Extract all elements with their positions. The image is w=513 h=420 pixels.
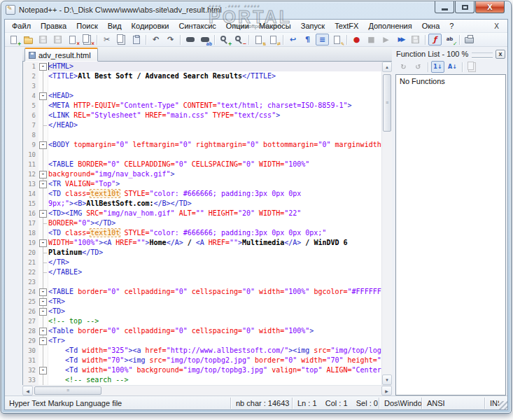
show-all-characters-icon[interactable]: ¶ <box>301 34 314 46</box>
paste-icon[interactable] <box>129 34 143 46</box>
redo-icon[interactable]: ↷ <box>164 34 177 46</box>
toolbar-separator <box>462 62 463 72</box>
function-list-box[interactable]: No Functions <box>395 74 506 396</box>
undo-icon[interactable]: ↶ <box>149 34 162 46</box>
menu-item-4[interactable]: Вид <box>103 20 127 31</box>
fold-toggle-icon[interactable] <box>38 140 48 150</box>
menu-item-1[interactable]: Файл <box>7 20 36 31</box>
code-editor[interactable]: 1<HTML>2<TITLE>All Best Soft / Advanced … <box>22 62 392 385</box>
vertical-scroll-thumb[interactable] <box>383 74 391 132</box>
scroll-left-icon[interactable]: ◀ <box>22 386 33 396</box>
function-list-header[interactable]: Function List - 100 % x <box>395 48 506 60</box>
maximize-button[interactable] <box>455 1 475 13</box>
code-line-32: 32 <Td width="100%" background="img/top/… <box>23 365 381 375</box>
editor-column: adv_result.html 1<HTML>2<TITLE>All Best … <box>22 47 392 396</box>
code-text <box>48 130 381 140</box>
menu-item-2[interactable]: Правка <box>36 20 71 31</box>
fold-toggle-icon[interactable] <box>38 179 48 189</box>
print-icon[interactable] <box>463 34 476 46</box>
tab-adv-result[interactable]: adv_result.html <box>24 48 98 62</box>
minimize-button[interactable] <box>435 1 454 13</box>
fold-toggle-icon[interactable] <box>38 297 48 307</box>
user-define-dialog-icon[interactable]: ✎ <box>330 34 344 46</box>
copy-icon[interactable] <box>115 34 128 46</box>
fold-toggle-icon[interactable] <box>38 326 48 336</box>
toolbar-separator <box>425 35 426 45</box>
fold-line <box>38 258 48 267</box>
menu-items: ФайлПравкаПоискВидКодировкиСинтаксисОпци… <box>7 20 458 31</box>
replace-icon[interactable]: ab <box>198 34 211 46</box>
fold-toggle-icon[interactable] <box>38 91 48 101</box>
sort-by-position-icon[interactable]: 1↓ <box>431 61 444 73</box>
fold-toggle-icon[interactable] <box>38 169 48 179</box>
status-insert-mode: INS <box>486 399 499 407</box>
scroll-right-icon[interactable]: ▶ <box>381 386 392 396</box>
close-all-icon[interactable]: × <box>80 34 94 46</box>
code-text <box>48 81 381 91</box>
close-document-icon[interactable]: X <box>486 21 507 31</box>
sync-vertical-icon[interactable]: ⇅ <box>252 34 265 46</box>
fold-toggle-icon[interactable] <box>38 62 48 71</box>
function-list-icon[interactable]: ƒ <box>428 34 442 46</box>
macro-record-icon[interactable]: ● <box>350 34 363 46</box>
resize-grip[interactable] <box>499 401 507 410</box>
horizontal-scrollbar[interactable]: ◀ ▶ <box>22 385 392 396</box>
refresh-list-icon: ↺ <box>412 61 425 73</box>
text-area[interactable]: 1<HTML>2<TITLE>All Best Soft / Advanced … <box>23 62 381 385</box>
zoom-in-icon[interactable]: + <box>218 34 231 46</box>
horizontal-scroll-thumb[interactable] <box>34 386 101 395</box>
close-file-icon[interactable]: × <box>66 34 79 46</box>
find-icon[interactable] <box>183 34 197 46</box>
save-icon <box>36 34 50 46</box>
sort-alphabetically-icon[interactable]: A↓ <box>446 61 459 73</box>
menu-item-12[interactable]: Окна <box>417 20 445 31</box>
menu-item-13[interactable]: ? <box>444 20 458 31</box>
fold-toggle-icon[interactable] <box>38 336 48 346</box>
menu-item-10[interactable]: TextFX <box>330 20 363 31</box>
zoom-out-icon[interactable]: − <box>232 34 246 46</box>
line-number: 28 <box>23 326 38 336</box>
code-text: <!-- search --> <box>48 375 381 385</box>
scroll-down-icon[interactable]: ▼ <box>382 374 392 385</box>
sync-horizontal-icon[interactable]: ⇄ <box>267 34 280 46</box>
scroll-up-icon[interactable]: ▲ <box>382 62 392 72</box>
code-text: <Tr> <box>48 336 381 346</box>
code-line-30: 30 <Td width="325"><a href="http://www.a… <box>23 346 381 356</box>
fold-toggle-icon[interactable] <box>38 307 48 316</box>
panel-close-icon[interactable]: x <box>496 50 505 59</box>
tab-label: adv_result.html <box>38 51 91 59</box>
close-button[interactable]: X <box>475 1 505 13</box>
function-list-title: Function List - 100 % <box>396 50 468 58</box>
code-line-9: 9<BODY topmargin="0" leftmargin="0" righ… <box>23 140 381 150</box>
fold-toggle-icon[interactable] <box>38 287 48 297</box>
fold-toggle-icon[interactable] <box>38 209 48 218</box>
menu-item-3[interactable]: Поиск <box>71 20 102 31</box>
code-line-26: 26<TD> <box>23 307 381 316</box>
vertical-scroll-track[interactable] <box>382 72 392 374</box>
macro-play-icon: ▶ <box>379 34 393 46</box>
horizontal-scroll-track[interactable] <box>33 386 381 396</box>
word-wrap-icon[interactable]: ↩ <box>286 34 300 46</box>
menu-item-8[interactable]: Макросы <box>254 20 296 31</box>
cut-icon[interactable]: ✂ <box>100 34 113 46</box>
fold-toggle-icon[interactable] <box>38 238 48 248</box>
menu-item-11[interactable]: Дополнения <box>363 20 416 31</box>
code-text: Platinum</TD> <box>48 248 381 258</box>
menu-item-7[interactable]: Опции <box>221 20 254 31</box>
menu-bar: ФайлПравкаПоискВидКодировкиСинтаксисОпци… <box>5 20 507 33</box>
fold-toggle-icon[interactable] <box>38 365 48 375</box>
menu-item-6[interactable]: Синтаксис <box>174 20 221 31</box>
menu-item-5[interactable]: Кодировки <box>127 20 174 31</box>
app-icon[interactable] <box>6 5 15 15</box>
spell-check-icon[interactable]: ab✓ <box>443 34 456 46</box>
code-text: <TD class=text10t STYLE="color: #666666;… <box>48 189 381 199</box>
line-number: 12 <box>23 169 38 179</box>
code-line-4: 4<HEAD> <box>23 91 381 101</box>
menu-item-9[interactable]: Запуск <box>296 20 330 31</box>
new-file-icon[interactable]: + <box>7 34 20 46</box>
vertical-scrollbar[interactable]: ▲ ▼ <box>381 62 392 385</box>
macro-run-multiple-icon[interactable]: ▶▶ <box>394 34 407 46</box>
indent-guide-icon[interactable]: ≡ <box>316 34 329 46</box>
code-line-15: 159px;"><B>AllBestSoft.com:</B></TD> <box>23 199 381 209</box>
open-file-icon[interactable] <box>22 34 35 46</box>
